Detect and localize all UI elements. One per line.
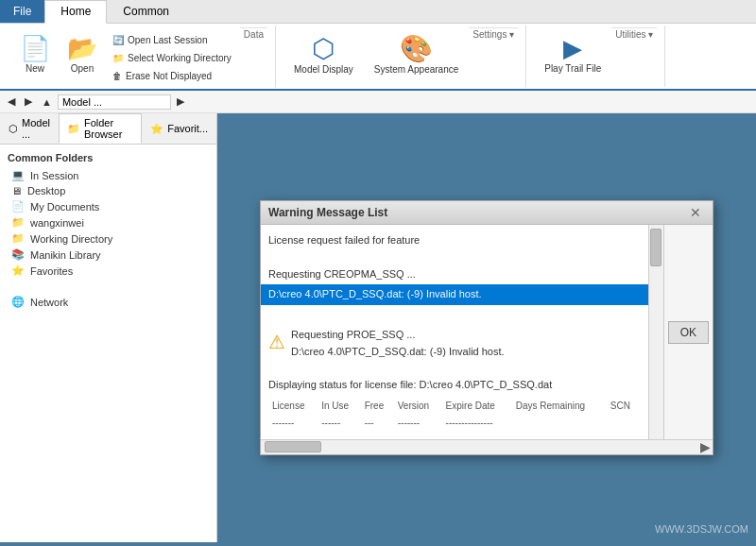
sidebar-item-favorites[interactable]: ⭐ Favorites xyxy=(0,263,216,279)
manikin-library-icon: 📚 xyxy=(11,248,25,261)
common-folders-header: Common Folders xyxy=(0,148,216,167)
toolbar-back-button[interactable]: ◀ xyxy=(4,94,19,110)
sidebar-tab-model[interactable]: ⬡ Model ... xyxy=(0,113,59,144)
dialog-title: Warning Message List xyxy=(268,206,387,219)
favorites-tab-icon: ⭐ xyxy=(150,123,163,135)
desktop-icon: 🖥 xyxy=(11,185,22,196)
table-row-expire-date: --------------- xyxy=(442,415,512,432)
table-header-in-use: In Use xyxy=(318,398,360,415)
ribbon: 📄 New 📂 Open 🔄 Open Last Session 📁 Selec… xyxy=(0,24,756,91)
sidebar-item-in-session[interactable]: 💻 In Session xyxy=(0,167,216,183)
sidebar-tab-favorites[interactable]: ⭐ Favorit... xyxy=(142,113,216,144)
open-last-session-icon: 🔄 xyxy=(112,35,124,45)
favorites-icon: ⭐ xyxy=(11,264,25,277)
new-icon: 📄 xyxy=(20,34,50,63)
open-last-session-button[interactable]: 🔄 Open Last Session xyxy=(106,31,238,49)
table-row-scn xyxy=(607,415,641,432)
erase-not-displayed-button[interactable]: 🗑 Erase Not Displayed xyxy=(106,67,238,85)
ribbon-section-settings: ⬡ Model Display 🎨 System Appearance Sett… xyxy=(278,26,526,87)
watermark: WWW.3DSJW.COM xyxy=(655,523,748,535)
table-row-free: --- xyxy=(361,415,394,432)
ok-button[interactable]: OK xyxy=(668,321,709,344)
title-bar: File Home Common xyxy=(0,0,756,24)
folder-browser-icon: 📁 xyxy=(67,123,80,135)
network-icon: 🌐 xyxy=(11,296,25,308)
table-row-in-use: ------ xyxy=(318,415,360,432)
dialog-close-button[interactable]: ✕ xyxy=(686,205,705,220)
dialog-content: License request failed for feature Reque… xyxy=(261,225,648,438)
wangxinwei-icon: 📁 xyxy=(11,216,25,229)
in-session-icon: 💻 xyxy=(11,169,25,181)
table-header-scn: SCN xyxy=(607,398,641,415)
sidebar: ⬡ Model ... 📁 Folder Browser ⭐ Favorit..… xyxy=(0,113,217,542)
warning-triangle-icon: ⚠ xyxy=(268,327,285,357)
ribbon-section-utilities: ▶ Play Trail File Utilities xyxy=(528,26,665,87)
table-header-days-remaining: Days Remaining xyxy=(512,398,607,415)
message-requesting-proe: Requesting PROE_SSQ ... xyxy=(291,327,505,344)
sidebar-tabs: ⬡ Model ... 📁 Folder Browser ⭐ Favorit..… xyxy=(0,113,216,145)
sidebar-content: Common Folders 💻 In Session 🖥 Desktop 📄 … xyxy=(0,145,216,542)
sidebar-item-wangxinwei[interactable]: 📁 wangxinwei xyxy=(0,214,216,230)
play-trail-file-icon: ▶ xyxy=(563,34,582,63)
message-license-failed: License request failed for feature xyxy=(268,232,641,249)
data-section-label: Data xyxy=(244,29,264,40)
model-display-icon: ⬡ xyxy=(312,33,335,64)
tab-common[interactable]: Common xyxy=(107,0,185,23)
table-row-version: ------- xyxy=(394,415,442,432)
my-documents-icon: 📄 xyxy=(11,200,25,213)
message-requesting-creopma: Requesting CREOPMA_SSQ ... xyxy=(268,266,641,283)
main-area: ⬡ Model ... 📁 Folder Browser ⭐ Favorit..… xyxy=(0,113,756,542)
open-icon: 📂 xyxy=(67,34,97,63)
utilities-section-label: Utilities xyxy=(615,29,653,40)
dialog-scrollbar[interactable] xyxy=(648,225,663,438)
table-header-version: Version xyxy=(394,398,442,415)
ribbon-section-data: 📄 New 📂 Open 🔄 Open Last Session 📁 Selec… xyxy=(4,26,276,87)
model-tab-icon: ⬡ xyxy=(9,123,18,135)
settings-section-label: Settings xyxy=(472,29,514,40)
system-appearance-icon: 🎨 xyxy=(400,33,433,64)
select-working-directory-icon: 📁 xyxy=(112,53,124,63)
message-displaying-status: Displaying status for license file: D:\c… xyxy=(268,377,641,394)
table-header-free: Free xyxy=(361,398,394,415)
select-working-directory-button[interactable]: 📁 Select Working Directory xyxy=(106,49,238,67)
table-header-expire-date: Expire Date xyxy=(442,398,512,415)
toolbar: ◀ ▶ ▲ ▶ xyxy=(0,91,756,113)
play-trail-file-button[interactable]: ▶ Play Trail File xyxy=(536,27,610,80)
dialog-side-panel: OK xyxy=(663,225,713,438)
path-input[interactable] xyxy=(58,94,171,110)
dialog-titlebar: Warning Message List ✕ xyxy=(261,201,713,225)
sidebar-tab-folder-browser[interactable]: 📁 Folder Browser xyxy=(59,113,142,144)
scrollbar-track xyxy=(649,225,662,438)
erase-icon: 🗑 xyxy=(112,71,122,81)
sidebar-item-desktop[interactable]: 🖥 Desktop xyxy=(0,183,216,198)
new-button[interactable]: 📄 New xyxy=(11,27,59,80)
dialog-overlay: Warning Message List ✕ License request f… xyxy=(217,113,756,542)
working-directory-icon: 📁 xyxy=(11,232,25,245)
message-invalid-host-proe: D:\creo 4.0\PTC_D_SSQ.dat: (-9) Invalid … xyxy=(291,344,505,361)
model-display-button[interactable]: ⬡ Model Display xyxy=(285,27,362,80)
table-header-license: License xyxy=(268,398,318,415)
horizontal-scrollbar-thumb[interactable] xyxy=(265,441,321,452)
content-area: Warning Message List ✕ License request f… xyxy=(217,113,756,542)
toolbar-go-button[interactable]: ▶ xyxy=(173,94,188,110)
sidebar-item-manikin-library[interactable]: 📚 Manikin Library xyxy=(0,247,216,263)
open-button[interactable]: 📂 Open xyxy=(59,27,106,80)
toolbar-up-button[interactable]: ▲ xyxy=(38,94,56,110)
system-appearance-button[interactable]: 🎨 System Appearance xyxy=(366,27,468,80)
dialog-table: License In Use Free Version Expire Date … xyxy=(268,398,641,432)
scroll-right-button[interactable]: ▶ xyxy=(700,439,711,454)
sidebar-item-working-directory[interactable]: 📁 Working Directory xyxy=(0,230,216,247)
message-invalid-host-creopma: D:\creo 4.0\PTC_D_SSQ.dat: (-9) Invalid … xyxy=(261,284,648,305)
table-row-days-remaining xyxy=(512,415,607,432)
sidebar-item-network[interactable]: 🌐 Network xyxy=(0,294,216,310)
tab-file[interactable]: File xyxy=(0,0,44,23)
table-row-license: ------- xyxy=(268,415,318,432)
sidebar-item-my-documents[interactable]: 📄 My Documents xyxy=(0,198,216,214)
horizontal-scrollbar[interactable]: ▶ xyxy=(261,439,713,454)
scrollbar-thumb[interactable] xyxy=(650,229,662,266)
toolbar-forward-button[interactable]: ▶ xyxy=(21,94,36,110)
warning-dialog: Warning Message List ✕ License request f… xyxy=(260,200,713,454)
tab-home[interactable]: Home xyxy=(44,0,107,24)
